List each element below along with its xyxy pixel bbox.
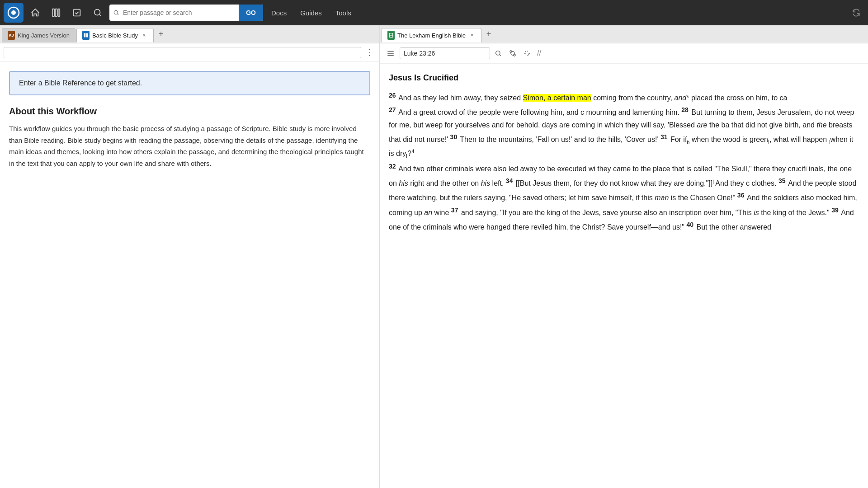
verse-num-39: 39	[831, 206, 839, 214]
tab-study[interactable]: Basic Bible Study ×	[76, 28, 154, 42]
right-sync-button[interactable]	[521, 47, 533, 60]
search-icon	[109, 9, 123, 16]
verse-26: 26 And as they led him away, they seized…	[389, 90, 859, 104]
verse-num-30: 30	[450, 133, 458, 141]
tab-study-label: Basic Bible Study	[92, 32, 138, 39]
tools-nav-button[interactable]: Tools	[330, 5, 357, 20]
svg-point-14	[510, 51, 512, 52]
leb-icon	[387, 32, 395, 39]
tab-leb-close[interactable]: ×	[468, 32, 476, 39]
go-button[interactable]: GO	[239, 5, 263, 21]
footnote-i: i	[413, 148, 414, 155]
verse-num-27: 27	[389, 106, 396, 113]
tab-kjv-label: King James Version	[18, 32, 70, 39]
tab-study-close[interactable]: ×	[141, 32, 148, 39]
study-icon	[82, 32, 90, 39]
footnote-sub2: ⅼ	[829, 140, 830, 145]
footnote-sub3: ⅼ	[406, 153, 407, 159]
svg-rect-8	[84, 33, 85, 38]
about-title: About this Workflow	[9, 106, 370, 117]
right-search-button[interactable]	[492, 47, 505, 60]
italic-an: an	[424, 209, 432, 216]
svg-rect-2	[52, 9, 55, 17]
left-tab-bar: KJ King James Version Basic Bible Study …	[0, 25, 379, 43]
highlight-simon: Simon, a certain man	[523, 94, 591, 102]
verse-27: 27 And a great crowd of the people were …	[389, 104, 859, 161]
tab-leb[interactable]: The Lexham English Bible ×	[382, 28, 481, 42]
right-menu-button[interactable]	[383, 46, 398, 61]
footnote-sub1: ⅼ	[768, 140, 769, 145]
main-toolbar: GO Docs Guides Tools	[0, 0, 868, 25]
svg-rect-9	[86, 33, 88, 38]
verse-num-26: 26	[389, 92, 396, 99]
svg-point-1	[11, 10, 16, 15]
right-toolbar: //	[380, 43, 868, 64]
right-crossref-button[interactable]	[506, 47, 519, 60]
verse-num-31: 31	[660, 133, 668, 141]
svg-point-6	[94, 9, 100, 15]
italic-man: man	[655, 194, 669, 202]
svg-point-7	[114, 10, 118, 14]
reference-box-text: Enter a Bible Reference to get started.	[19, 79, 142, 87]
tab-leb-label: The Lexham English Bible	[397, 32, 466, 39]
tab-kjv[interactable]: KJ King James Version	[2, 28, 75, 42]
footnote-j: j	[712, 178, 714, 184]
guides-nav-button[interactable]: Guides	[295, 5, 327, 20]
verse-32: 32 And two other criminals were also led…	[389, 161, 859, 234]
left-search-input[interactable]	[4, 47, 361, 58]
add-tab-button[interactable]: +	[155, 28, 167, 41]
italic-and: and	[675, 94, 687, 102]
italic-is: is	[754, 209, 759, 216]
italic-are: are	[697, 121, 707, 129]
italic-the: the	[816, 121, 826, 129]
search-container: GO	[109, 5, 263, 21]
library-button[interactable]	[47, 4, 65, 22]
left-panel: KJ King James Version Basic Bible Study …	[0, 25, 380, 488]
passage-search-input[interactable]	[123, 9, 239, 16]
italic-his1: his	[399, 179, 408, 187]
checklist-button[interactable]	[68, 4, 86, 22]
left-search-bar: ⋮	[0, 43, 379, 62]
passage-heading: Jesus Is Crucified	[389, 71, 859, 85]
kjv-icon: KJ	[8, 32, 15, 39]
svg-rect-4	[58, 9, 60, 17]
search-button[interactable]	[89, 4, 107, 22]
verse-num-35: 35	[778, 177, 786, 184]
svg-rect-3	[55, 9, 57, 17]
footnote-h: h	[687, 140, 689, 145]
divider-text: //	[535, 49, 543, 57]
svg-rect-5	[74, 9, 80, 16]
right-add-tab-button[interactable]: +	[482, 28, 495, 41]
verse-num-37: 37	[451, 206, 458, 214]
verse-num-36: 36	[737, 192, 745, 199]
refresh-button[interactable]	[848, 5, 864, 21]
passage-reference-input[interactable]	[400, 47, 490, 59]
svg-point-15	[514, 54, 515, 56]
verse-num-28: 28	[681, 106, 689, 113]
reference-box: Enter a Bible Reference to get started.	[9, 71, 370, 95]
right-tab-bar: The Lexham English Bible × +	[380, 25, 868, 43]
about-text: This workflow guides you through the bas…	[9, 123, 370, 169]
bible-content[interactable]: Jesus Is Crucified 26 And as they led hi…	[380, 64, 868, 488]
italic-his2: his	[481, 179, 490, 187]
verse-num-34: 34	[506, 177, 513, 184]
docs-nav-button[interactable]: Docs	[266, 5, 292, 20]
left-panel-content: Enter a Bible Reference to get started. …	[0, 62, 379, 488]
svg-point-13	[496, 51, 500, 55]
verse-num-40: 40	[686, 221, 693, 228]
verse-num-32: 32	[389, 163, 396, 170]
app-logo[interactable]	[4, 3, 24, 23]
toolbar-right	[848, 5, 864, 21]
main-area: KJ King James Version Basic Bible Study …	[0, 25, 868, 488]
home-button[interactable]	[26, 4, 44, 22]
panel-menu-button[interactable]: ⋮	[363, 46, 376, 59]
right-panel: The Lexham English Bible × +	[380, 25, 868, 488]
